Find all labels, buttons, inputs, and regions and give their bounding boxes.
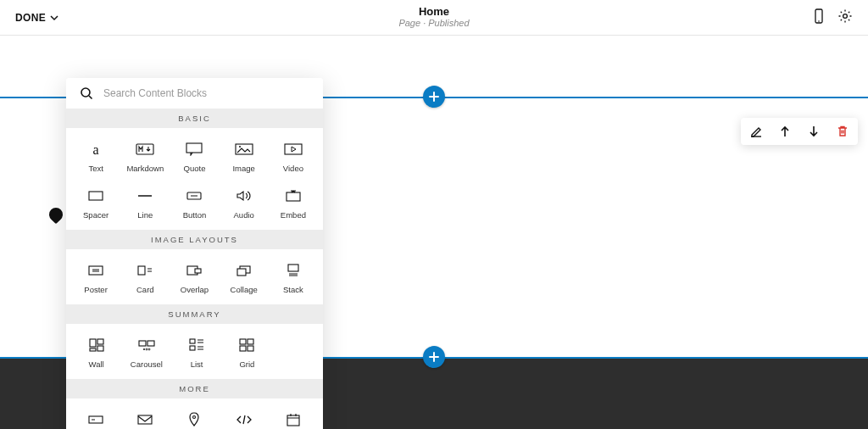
topbar-actions [812,8,853,27]
svg-point-37 [193,416,196,419]
plus-icon [428,91,440,103]
block-card[interactable]: Card [120,256,170,303]
svg-rect-32 [248,339,253,344]
mobile-preview-icon[interactable] [812,8,826,27]
svg-rect-36 [138,415,152,424]
svg-rect-13 [89,266,103,275]
svg-point-8 [239,146,241,148]
map-icon [187,412,201,427]
block-label: Quote [184,164,206,173]
wall-icon [88,337,105,353]
svg-point-2 [843,14,848,18]
block-video[interactable]: Video [269,135,318,181]
block-embed[interactable]: Embed [269,181,318,228]
spacer-icon [86,188,105,203]
delete-button[interactable] [834,123,851,140]
block-text[interactable]: a Text [71,135,120,181]
block-audio[interactable]: Audio [220,181,269,228]
block-image[interactable]: Image [220,135,269,181]
done-button[interactable]: DONE [15,12,59,24]
trash-icon [836,125,849,138]
category-header-basic: BASIC [66,109,323,128]
svg-rect-9 [285,144,302,154]
move-down-button[interactable] [805,123,822,140]
block-label: Wall [89,359,104,369]
button-icon [185,188,203,203]
category-grid-more: Form Newsletter Map Code Calendar [66,398,323,429]
block-label: Image [232,164,254,173]
svg-rect-7 [236,144,253,154]
block-edit-toolbar [741,118,858,145]
list-icon [188,337,205,353]
svg-rect-25 [147,341,154,346]
block-markdown[interactable]: Markdown [120,135,170,181]
svg-rect-38 [287,415,299,426]
arrow-up-icon [779,125,791,138]
block-quote[interactable]: Quote [170,135,219,181]
block-label: List [191,359,203,369]
video-icon [284,142,303,157]
stack-icon [284,263,303,278]
svg-rect-24 [139,341,146,346]
block-label: Overlap [181,285,209,294]
block-label: Collage [231,285,258,294]
markdown-icon [136,142,154,157]
svg-rect-22 [97,346,103,351]
block-spacer[interactable]: Spacer [71,181,120,228]
image-icon [235,142,253,157]
svg-point-26 [143,348,145,350]
pencil-icon [749,125,763,138]
page-title-block: Home Page · Published [398,6,469,30]
svg-rect-31 [240,339,246,344]
svg-text:a: a [93,142,99,157]
block-carousel[interactable]: Carousel [121,331,171,377]
svg-rect-14 [138,266,145,275]
block-list[interactable]: List [172,331,222,377]
block-map[interactable]: Map [170,405,219,429]
block-collage[interactable]: Collage [220,256,269,303]
category-header-more: MORE [66,379,323,398]
move-up-button[interactable] [776,123,793,140]
block-grid[interactable]: Grid [222,331,272,377]
category-grid-basic: a Text Markdown Quote Image Video Sp [66,128,323,230]
block-wall[interactable]: Wall [71,331,121,377]
svg-rect-35 [89,416,103,423]
svg-rect-30 [190,346,195,350]
block-label: Poster [84,285,107,294]
page-subtitle: Page · Published [398,19,469,30]
search-row [66,78,323,109]
svg-rect-18 [237,269,246,276]
svg-rect-12 [287,192,300,201]
svg-point-28 [148,348,150,350]
edit-button[interactable] [748,123,765,140]
chevron-down-icon [49,13,59,23]
gear-icon[interactable] [837,8,853,27]
text-icon: a [87,142,104,157]
block-form[interactable]: Form [71,405,120,429]
category-header-image-layouts: IMAGE LAYOUTS [66,230,323,249]
category-grid-image-layouts: Poster Card Overlap Collage Stack [66,249,323,304]
content-block-picker: BASIC a Text Markdown Quote Image Video [66,78,323,429]
page-canvas: BASIC a Text Markdown Quote Image Video [0,36,868,429]
card-icon [136,263,154,278]
block-calendar[interactable]: Calendar [269,405,318,429]
block-label: Audio [234,210,254,220]
block-overlap[interactable]: Overlap [170,256,219,303]
block-poster[interactable]: Poster [71,256,120,303]
block-line[interactable]: Line [120,181,170,228]
poster-icon [86,263,105,278]
calendar-icon [286,412,301,427]
block-button[interactable]: Button [170,181,219,228]
search-input[interactable] [103,87,309,99]
add-section-button[interactable] [423,86,445,108]
collage-icon [235,263,253,278]
block-stack[interactable]: Stack [269,256,318,303]
block-newsletter[interactable]: Newsletter [120,405,170,429]
svg-rect-21 [97,339,103,344]
block-label: Video [283,164,303,173]
add-section-button[interactable] [423,346,445,368]
block-code[interactable]: Code [220,405,269,429]
page-title: Home [398,6,469,19]
block-label: Line [137,210,153,220]
svg-rect-33 [240,346,246,351]
